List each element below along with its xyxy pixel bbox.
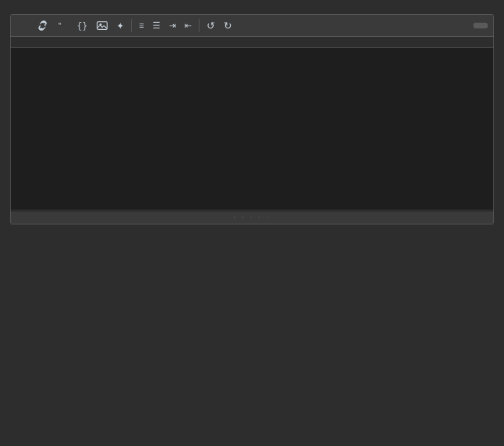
italic-button[interactable] bbox=[25, 23, 32, 28]
help-tabs-bar bbox=[11, 37, 493, 48]
tab-blockquotes[interactable] bbox=[50, 40, 57, 44]
blockquote-button[interactable]: " bbox=[53, 18, 72, 33]
tab-code[interactable] bbox=[59, 40, 66, 44]
snippet-button[interactable]: ✦ bbox=[113, 19, 128, 33]
undo-button[interactable]: ↺ bbox=[203, 18, 219, 33]
body-editor[interactable] bbox=[11, 48, 493, 210]
dedent-button[interactable]: ⇤ bbox=[181, 19, 195, 32]
indent-button[interactable]: ⇥ bbox=[165, 19, 180, 32]
image-button[interactable] bbox=[93, 18, 111, 33]
editor-container: " {} ✦ ≡ ☰ ⇥ ⇤ bbox=[10, 14, 494, 224]
editor-status-bar bbox=[10, 224, 494, 232]
editor-toolbar: " {} ✦ ≡ ☰ ⇥ ⇤ bbox=[11, 15, 493, 37]
svg-rect-1 bbox=[97, 22, 107, 30]
unordered-list-button[interactable]: ☰ bbox=[149, 19, 164, 32]
blockquote-icon: " bbox=[57, 21, 68, 31]
toolbar-separator-1 bbox=[131, 19, 132, 32]
link-icon bbox=[37, 21, 48, 31]
formatting-tips-button[interactable] bbox=[473, 23, 488, 28]
editor-drag-handle[interactable]: · · · · · bbox=[11, 212, 493, 224]
image-icon bbox=[97, 21, 108, 31]
bold-button[interactable] bbox=[16, 23, 23, 28]
tab-links[interactable] bbox=[16, 40, 23, 44]
toolbar-separator-2 bbox=[199, 19, 199, 32]
tab-lists[interactable] bbox=[42, 40, 49, 44]
tab-html[interactable] bbox=[67, 40, 75, 44]
svg-text:": " bbox=[58, 21, 62, 31]
tab-images[interactable] bbox=[25, 40, 32, 44]
code-button[interactable]: {} bbox=[73, 19, 92, 33]
tab-styling[interactable] bbox=[33, 40, 40, 44]
redo-button[interactable]: ↻ bbox=[220, 18, 236, 33]
ordered-list-button[interactable]: ≡ bbox=[136, 19, 148, 32]
tab-more[interactable] bbox=[76, 40, 83, 44]
link-button[interactable] bbox=[33, 18, 52, 33]
